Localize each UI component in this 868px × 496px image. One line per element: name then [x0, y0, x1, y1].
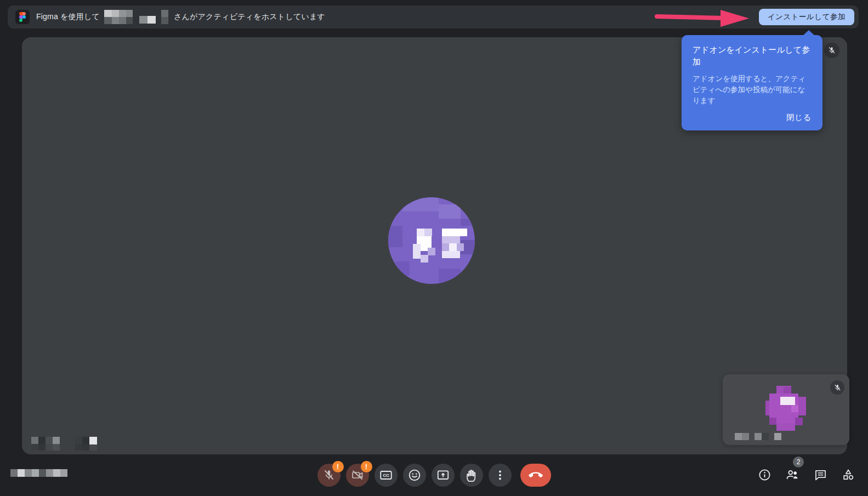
redacted-host-name-3 — [161, 10, 168, 24]
present-screen-icon — [436, 468, 450, 482]
google-meet-window: Figma を使用して さんがアクティビティをホストしています インストールして… — [0, 0, 868, 496]
install-and-join-button[interactable]: インストールして参加 — [759, 9, 854, 25]
tooltip-title: アドオンをインストールして参加 — [693, 44, 812, 68]
meeting-info-button[interactable] — [757, 467, 772, 482]
self-mic-muted-indicator — [830, 380, 844, 395]
info-icon — [758, 468, 771, 482]
reactions-button[interactable] — [403, 464, 426, 487]
camera-error-badge: ! — [361, 461, 372, 472]
people-button[interactable]: 2 — [785, 467, 800, 482]
redacted-self-name — [735, 433, 787, 441]
present-screen-button[interactable] — [432, 464, 455, 487]
participant-count-badge: 2 — [793, 457, 804, 468]
more-vert-icon — [493, 469, 507, 482]
microphone-button[interactable]: ! — [317, 464, 341, 487]
self-view-tile[interactable] — [723, 374, 849, 445]
redacted-host-name-2 — [139, 16, 156, 24]
addon-install-tooltip: アドオンをインストールして参加 アドオンを使用すると、アクティビティへの参加や投… — [682, 35, 822, 130]
end-call-icon — [529, 468, 543, 482]
chat-button[interactable] — [813, 467, 828, 482]
closed-captions-icon: CC — [379, 468, 393, 482]
panel-controls: 2 — [757, 467, 856, 482]
activity-host-banner: Figma を使用して さんがアクティビティをホストしています インストールして… — [8, 5, 859, 28]
mic-off-icon — [833, 384, 842, 392]
call-controls: ! ! CC — [0, 464, 868, 487]
emoji-icon — [407, 468, 422, 482]
people-icon — [785, 468, 799, 482]
participant-avatar — [388, 197, 475, 284]
mic-error-badge: ! — [332, 461, 344, 472]
tooltip-close-button[interactable]: 閉じる — [786, 113, 812, 123]
tooltip-caret — [803, 30, 815, 36]
banner-text-prefix: Figma を使用して — [36, 12, 100, 22]
redacted-participant-name — [31, 437, 100, 451]
mic-off-icon — [827, 46, 836, 55]
mic-muted-indicator — [824, 43, 839, 58]
camera-button[interactable]: ! — [346, 464, 369, 487]
redacted-host-name — [104, 10, 133, 24]
svg-text:CC: CC — [383, 473, 389, 478]
tooltip-body: アドオンを使用すると、アクティビティへの参加や投稿が可能になります — [693, 73, 812, 106]
more-options-button[interactable] — [489, 464, 512, 487]
captions-button[interactable]: CC — [375, 464, 398, 487]
banner-text-suffix: さんがアクティビティをホストしています — [174, 12, 325, 22]
raise-hand-button[interactable] — [460, 464, 483, 487]
activities-icon — [841, 468, 855, 482]
chat-icon — [814, 468, 827, 482]
end-call-button[interactable] — [520, 464, 551, 487]
self-avatar — [765, 386, 808, 431]
activities-button[interactable] — [841, 467, 856, 482]
raise-hand-icon — [464, 468, 479, 483]
control-bar: ! ! CC — [0, 454, 868, 496]
figma-icon — [15, 10, 30, 24]
